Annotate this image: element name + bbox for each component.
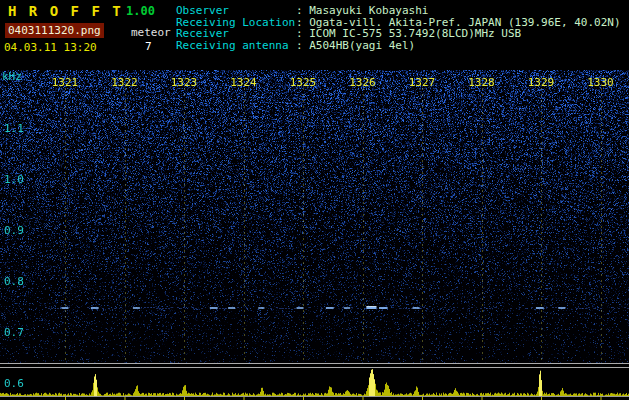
freq-axis-unit: kHz [2,70,22,83]
station-info-value: : Masayuki Kobayashi [296,5,428,17]
mode-label: meteor [131,26,171,39]
app-version: 1.00 [126,4,155,18]
station-info-label: Receiving antenna [176,40,296,52]
minute-gridline [65,88,66,362]
minute-gridline [244,88,245,362]
station-info-line: Receiver: ICOM IC-575 53.7492(8LCD)MHz U… [176,28,621,40]
station-info-value: : ICOM IC-575 53.7492(8LCD)MHz USB [296,28,521,40]
output-filename: 0403111320.png [5,23,104,38]
level-plot-canvas [0,368,629,400]
freq-tick-label: 0.9 [4,224,24,237]
station-info-line: Observer: Masayuki Kobayashi [176,5,621,17]
minute-gridline [184,88,185,362]
time-tick-label: 1321 [51,76,79,89]
minute-gridline [125,88,126,362]
freq-tick-label: 1.0 [4,173,24,186]
time-tick-label: 1326 [349,76,377,89]
time-tick-label: 1325 [289,76,317,89]
time-tick-label: 1329 [527,76,555,89]
station-info-label: Receiver [176,28,296,40]
spectrogram-canvas [0,70,629,363]
minute-gridline [422,88,423,362]
time-tick-label: 1323 [170,76,198,89]
station-info-line: Receiving antenna: A504HB(yagi 4el) [176,40,621,52]
frame-datetime: 04.03.11 13:20 [4,41,97,54]
freq-tick-label: 0.8 [4,275,24,288]
freq-tick-label: 1.1 [4,122,24,135]
minute-gridline [482,88,483,362]
freq-tick-label: 0.7 [4,326,24,339]
separator-line-2 [0,367,629,368]
time-tick-label: 1324 [230,76,258,89]
time-tick-label: 1322 [111,76,139,89]
station-info-label: Observer [176,5,296,17]
minute-gridline [601,88,602,362]
minute-gridline [541,88,542,362]
station-info-value: : A504HB(yagi 4el) [296,40,415,52]
time-tick-label: 1327 [408,76,436,89]
hrofft-screen: H R O F F T 1.00 0403111320.png meteor 0… [0,0,629,400]
time-tick-label: 1330 [587,76,615,89]
echo-count: 7 [145,40,152,53]
station-info: Observer: Masayuki KobayashiReceiving Lo… [176,5,621,51]
minute-gridline [303,88,304,362]
freq-tick-label: 0.6 [4,377,24,390]
minute-gridline [363,88,364,362]
separator-line-1 [0,363,629,364]
time-tick-label: 1328 [468,76,496,89]
app-title: H R O F F T [8,3,123,19]
